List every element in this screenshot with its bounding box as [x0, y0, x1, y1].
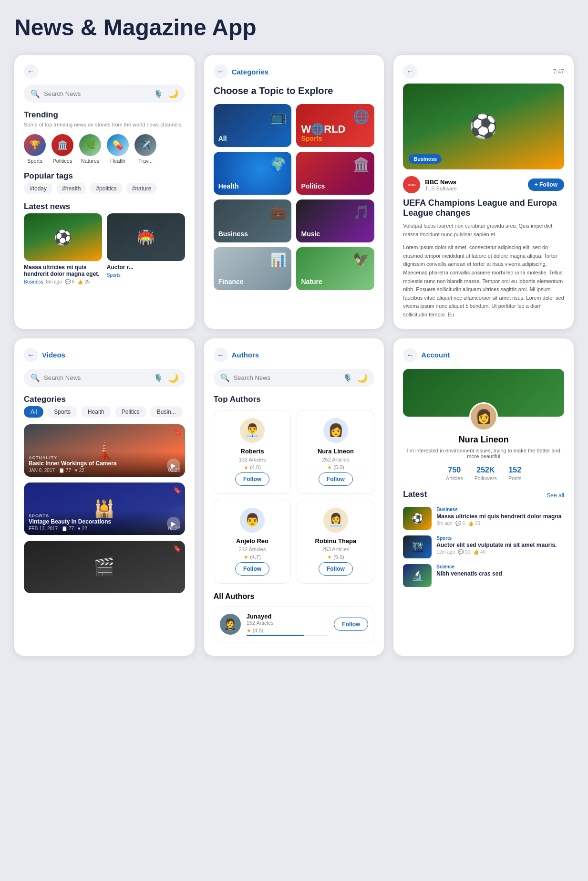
category-music[interactable]: 🎵 Music — [296, 199, 374, 242]
theme-toggle-s1[interactable]: 🌙 — [168, 88, 178, 99]
category-health[interactable]: 🌍 Health — [214, 152, 292, 195]
author-avatar-anjelo: 👨 — [240, 508, 265, 533]
news-meta-1: Business 8m ago 💬 6 👍 25 — [24, 279, 102, 284]
tag-politics[interactable]: #politics — [90, 183, 122, 194]
follow-button-s3[interactable]: + Follow — [528, 178, 564, 191]
mic-icon-s4[interactable]: 🎙️ — [153, 373, 164, 382]
article-body: Lorem ipsum dolor sit amet, consectetur … — [403, 243, 564, 319]
search-input-s1[interactable] — [44, 90, 149, 97]
category-business[interactable]: 💼 Business — [214, 199, 292, 242]
screen-videos: ← Videos 🔍 🎙️ 🌙 Categories All Sports He… — [14, 338, 195, 656]
author-avatar-roberts: 👨‍💼 — [240, 418, 265, 443]
author-name: BBC News — [425, 178, 523, 186]
author-avatar-robinu: 👩‍💼 — [323, 508, 348, 533]
news-item-1[interactable]: ⚽ Massa ultricies mi quis hendrerit dolo… — [24, 213, 102, 284]
latest-title: Latest — [403, 490, 427, 499]
back-button-s5[interactable]: ← — [214, 348, 228, 362]
back-button-s2[interactable]: ← — [214, 64, 228, 79]
author-articles-roberts: 132 Articles — [239, 457, 266, 462]
avatar-health[interactable]: 💊 Health — [107, 134, 129, 164]
choose-topic-title: Choose a Topic to Explore — [214, 85, 375, 96]
latest-item-2[interactable]: 🌃 Sports Auctor elit sed vulputate mi si… — [403, 535, 564, 558]
video-item-2[interactable]: 🕌 🔖 SPORTS Vintage Beauty in Decorations… — [24, 482, 185, 535]
theme-toggle-s5[interactable]: 🌙 — [357, 373, 368, 383]
back-button-s6[interactable]: ← — [403, 348, 417, 362]
cat-health-icon: 🌍 — [270, 157, 287, 172]
authors-header: Authors — [232, 351, 259, 359]
search-input-s4[interactable] — [44, 374, 149, 381]
follow-junayed[interactable]: Follow — [334, 618, 368, 631]
news-title-2: Auctor r... — [107, 264, 185, 271]
vid-thumb-2: 🕌 🔖 SPORTS Vintage Beauty in Decorations… — [24, 482, 185, 535]
screen-categories: ← Categories Choose a Topic to Explore 📺… — [204, 55, 384, 329]
vid-tab-politics[interactable]: Politics — [115, 406, 146, 418]
all-author-junayed: 🤵 Junayed 152 Articles ★ (4.8) Follow — [214, 607, 375, 642]
video-item-1[interactable]: 🗼 🔖 ACTUALITY Basic Inner Workings of Ca… — [24, 424, 185, 477]
cat-nature-label: Nature — [301, 278, 322, 285]
video-item-3[interactable]: 🎬 🔖 — [24, 541, 185, 593]
latest-cat-2: Sports — [436, 535, 564, 541]
avatar-sports[interactable]: 🏆 Sports — [24, 134, 46, 164]
latest-info-1: Business Massa ultricies mi quis hendrer… — [436, 507, 564, 526]
follow-anjelo[interactable]: Follow — [235, 562, 269, 576]
latest-item-1[interactable]: ⚽ Business Massa ultricies mi quis hendr… — [403, 507, 564, 530]
vid-overlay-1: ACTUALITY Basic Inner Workings of Camera… — [24, 451, 185, 477]
vid-tab-sports[interactable]: Sports — [47, 406, 77, 418]
play-button-v2[interactable]: ▶ — [167, 517, 180, 530]
article-intro: Volutpat lacus laoreet non curabitur gra… — [403, 222, 564, 239]
bookmark-icon-v2: 🔖 — [173, 486, 181, 494]
category-finance[interactable]: 📊 Finance — [214, 247, 292, 290]
vid-tab-all[interactable]: All — [24, 406, 43, 418]
mic-icon-s1[interactable]: 🎙️ — [153, 89, 164, 98]
latest-meta-2: 12m ago 💬 10 👍 40 — [436, 549, 564, 555]
vid-tab-business[interactable]: Busin... — [150, 406, 183, 418]
follow-roberts[interactable]: Follow — [235, 472, 269, 486]
back-button-s1[interactable]: ← — [24, 64, 38, 79]
vid-thumb-3: 🎬 🔖 — [24, 541, 185, 593]
search-input-s5[interactable] — [234, 374, 339, 381]
cat-business-icon: 💼 — [270, 204, 287, 220]
author-name-junayed: Junayed — [247, 613, 329, 620]
vid-tab-health[interactable]: Health — [81, 406, 111, 418]
all-authors-title: All Authors — [214, 592, 375, 601]
mic-icon-s5[interactable]: 🎙️ — [342, 373, 353, 382]
follow-nura[interactable]: Follow — [319, 472, 353, 486]
popular-tags-title: Popular tags — [24, 171, 185, 181]
latest-thumb-3: 🔬 — [403, 564, 432, 587]
top-authors-grid: 👨‍💼 Roberts 132 Articles ★ (4.8) Follow … — [214, 410, 375, 584]
latest-info-3: Science Nibh venenatis cras sed — [436, 564, 564, 578]
screen-trending: ← 🔍 🎙️ 🌙 Trending Some of top trending n… — [14, 55, 195, 329]
follow-robinu[interactable]: Follow — [319, 562, 353, 576]
latest-item-3[interactable]: 🔬 Science Nibh venenatis cras sed — [403, 564, 564, 587]
news-thumb-1: ⚽ — [24, 213, 102, 261]
latest-thumb-2: 🌃 — [403, 535, 432, 558]
author-nura: 👩 Nura Lineon 252 Articles ★ (5.0) Follo… — [297, 410, 374, 494]
stat-posts: 152 Posts — [508, 466, 522, 481]
theme-toggle-s4[interactable]: 🌙 — [168, 373, 178, 383]
article-hero-image: ⚽ Business — [403, 84, 564, 169]
category-all[interactable]: 📺 All — [214, 104, 292, 147]
tag-today[interactable]: #today — [24, 183, 52, 194]
author-roberts: 👨‍💼 Roberts 132 Articles ★ (4.8) Follow — [214, 410, 291, 494]
author-articles-anjelo: 212 Articles — [239, 546, 266, 552]
play-button-v1[interactable]: ▶ — [167, 459, 180, 472]
bookmark-icon-v1: 🔖 — [173, 428, 181, 436]
tag-health[interactable]: #health — [56, 183, 86, 194]
back-button-s4[interactable]: ← — [24, 348, 38, 362]
category-nature[interactable]: 🦅 Nature — [296, 247, 374, 290]
see-all-button[interactable]: See all — [547, 492, 564, 499]
tag-nature[interactable]: #nature — [126, 183, 157, 194]
news-item-2[interactable]: 🏟️ Auctor r... Sports — [107, 213, 185, 284]
vid-label-1: ACTUALITY — [29, 455, 180, 460]
back-button-s3[interactable]: ← — [403, 64, 417, 79]
avatar-row: 🏆 Sports 🏛️ Politices 🌿 Natures 💊 Health… — [24, 134, 185, 164]
category-sports[interactable]: 🌐 W🌐RLD Sports — [296, 104, 374, 147]
vid-thumb-1: 🗼 🔖 ACTUALITY Basic Inner Workings of Ca… — [24, 424, 185, 477]
title-blue: News & Magazine — [14, 15, 206, 40]
author-robinu: 👩‍💼 Robinu Thapa 253 Articles ★ (5.0) Fo… — [297, 500, 374, 584]
avatar-natures[interactable]: 🌿 Natures — [79, 134, 101, 164]
stat-followers-val: 252K — [476, 466, 495, 474]
avatar-politics[interactable]: 🏛️ Politices — [52, 134, 73, 164]
avatar-travel[interactable]: ✈️ Trav... — [134, 134, 156, 164]
category-politics[interactable]: 🏛️ Politics — [296, 152, 374, 195]
